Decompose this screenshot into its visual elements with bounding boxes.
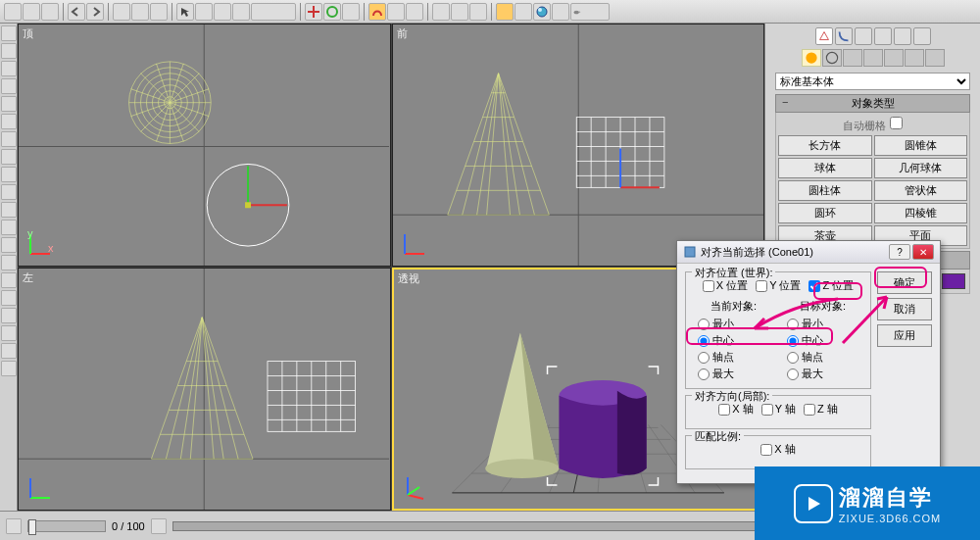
tool-icon[interactable] [1,61,17,76]
tool-icon[interactable] [1,361,17,376]
layer-icon[interactable] [496,3,514,21]
primitive-category-select[interactable]: 标准基本体 [775,73,970,90]
tool-icon[interactable] [1,308,17,323]
tool-icon[interactable] [1,237,17,253]
tool-icon[interactable] [1,325,17,341]
cancel-button[interactable]: 取消 [877,298,932,320]
lights-icon[interactable] [843,49,862,67]
angle-snap-icon[interactable] [387,3,405,21]
create-box-button[interactable]: 长方体 [778,135,872,156]
rotate-icon[interactable] [323,3,341,21]
percent-snap-icon[interactable] [406,3,423,21]
cameras-icon[interactable] [863,49,883,67]
teapot-icon[interactable] [570,3,610,21]
tool-icon[interactable] [1,272,17,288]
object-color-swatch[interactable] [942,273,965,289]
apply-button[interactable]: 应用 [877,324,932,347]
utilities-tab-icon[interactable] [913,27,931,45]
dialog-titlebar[interactable]: 对齐当前选择 (Cone01) ? ✕ [677,241,940,264]
close-button[interactable]: ✕ [912,244,934,260]
help-button[interactable]: ? [889,244,910,260]
select-region-icon[interactable] [195,3,213,21]
tool-icon[interactable] [1,78,17,94]
link-icon[interactable] [113,3,130,21]
target-min-radio[interactable]: 最小 [781,316,864,332]
create-sphere-button[interactable]: 球体 [778,158,872,178]
viewport-top[interactable]: 顶 xy [18,24,391,267]
display-tab-icon[interactable] [894,27,911,45]
viewport-front[interactable]: 前 [392,24,765,267]
target-pivot-radio[interactable]: 轴点 [781,349,864,366]
create-tab-icon[interactable] [815,27,833,45]
tool-icon[interactable] [1,255,17,270]
tool-icon[interactable] [1,167,17,182]
filter-dropdown[interactable] [251,3,296,21]
create-pyramid-button[interactable]: 四棱锥 [874,203,968,223]
toolbar-button[interactable] [23,3,40,21]
snap-toggle-icon[interactable] [368,3,386,21]
current-min-radio[interactable]: 最小 [692,316,775,332]
create-geosphere-button[interactable]: 几何球体 [874,158,968,178]
tool-icon[interactable] [1,131,17,147]
align-icon[interactable] [451,3,468,21]
toolbar-button[interactable] [4,3,22,21]
unlink-icon[interactable] [131,3,149,21]
undo-icon[interactable] [68,3,85,21]
x-position-checkbox[interactable]: X 位置 [703,278,748,293]
tool-icon[interactable] [1,220,17,235]
create-cone-button[interactable]: 圆锥体 [874,135,968,156]
y-position-checkbox[interactable]: Y 位置 [756,278,801,293]
create-cylinder-button[interactable]: 圆柱体 [778,180,872,201]
target-center-radio[interactable]: 中心 [781,332,864,349]
tool-icon[interactable] [1,96,17,112]
motion-tab-icon[interactable] [874,27,892,45]
viewport-left[interactable]: 左 [18,268,391,511]
array-icon[interactable] [469,3,487,21]
scale-icon[interactable] [342,3,360,21]
tool-icon[interactable] [1,43,17,59]
geometry-icon[interactable] [802,49,821,67]
redo-icon[interactable] [86,3,104,21]
z-axis-checkbox[interactable]: Z 轴 [804,402,838,417]
schematic-icon[interactable] [514,3,532,21]
selection-filter-icon[interactable] [232,3,250,21]
create-torus-button[interactable]: 圆环 [778,203,872,223]
z-position-checkbox[interactable]: Z 位置 [808,278,854,293]
tool-icon[interactable] [1,343,17,359]
tool-icon[interactable] [1,25,17,41]
current-center-radio[interactable]: 中心 [692,332,775,349]
tool-icon[interactable] [1,290,17,306]
target-max-radio[interactable]: 最大 [781,366,864,382]
systems-icon[interactable] [925,49,945,67]
current-max-radio[interactable]: 最大 [692,366,775,382]
tool-icon[interactable] [1,114,17,129]
play-icon[interactable] [151,518,167,534]
time-slider[interactable] [27,520,106,532]
select-icon[interactable] [176,3,194,21]
bind-icon[interactable] [150,3,168,21]
tool-icon[interactable] [1,202,17,218]
spacewarps-icon[interactable] [905,49,924,67]
y-axis-checkbox[interactable]: Y 轴 [761,402,796,417]
toolbar-button[interactable] [41,3,59,21]
scale-x-checkbox[interactable]: X 轴 [760,442,795,457]
tool-icon[interactable] [1,149,17,165]
rollout-object-type[interactable]: 对象类型 [775,94,970,113]
hierarchy-tab-icon[interactable] [855,27,872,45]
move-icon[interactable] [305,3,322,21]
shapes-icon[interactable] [822,49,842,67]
render-setup-icon[interactable] [552,3,569,21]
autogrid-checkbox[interactable]: 自动栅格 [843,120,902,131]
create-tube-button[interactable]: 管状体 [874,180,968,201]
ok-button[interactable]: 确定 [877,271,932,294]
current-pivot-radio[interactable]: 轴点 [692,349,775,366]
x-axis-checkbox[interactable]: X 轴 [718,402,753,417]
material-editor-icon[interactable] [533,3,551,21]
key-icon[interactable] [6,518,22,534]
helpers-icon[interactable] [884,49,904,67]
svg-point-90 [826,52,837,63]
modify-tab-icon[interactable] [835,27,853,45]
select-name-icon[interactable] [214,3,231,21]
tool-icon[interactable] [1,184,17,200]
mirror-icon[interactable] [432,3,450,21]
